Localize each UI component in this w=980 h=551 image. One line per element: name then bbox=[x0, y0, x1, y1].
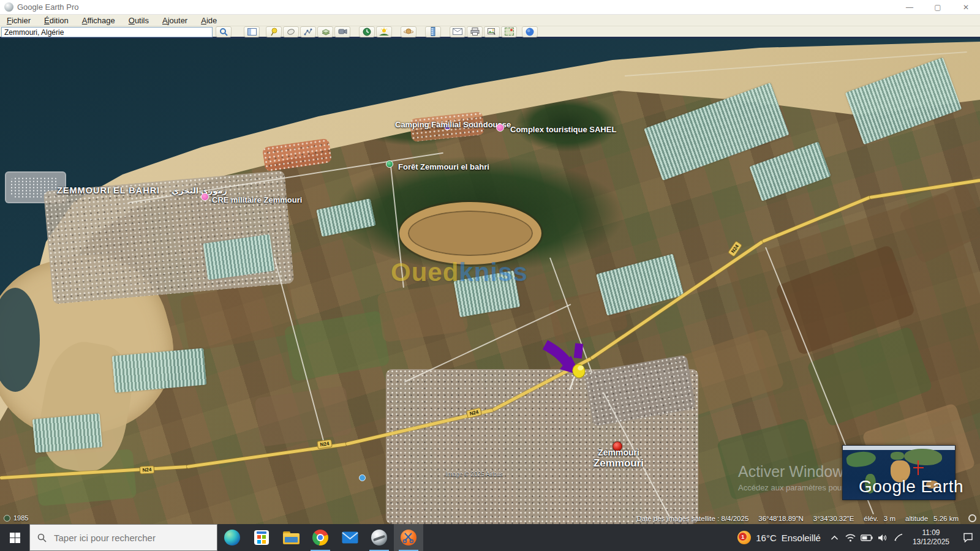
search-icon bbox=[37, 533, 47, 542]
tray-battery[interactable] bbox=[859, 534, 875, 541]
taskbar-search[interactable] bbox=[29, 524, 217, 551]
watermark-kniss: kniss bbox=[459, 258, 527, 287]
imagery-date: Date des images satellite : 8/4/2025 bbox=[636, 515, 748, 522]
search-input[interactable] bbox=[1, 27, 213, 37]
action-center-button[interactable] bbox=[956, 533, 980, 542]
sunlight-button[interactable] bbox=[376, 26, 392, 37]
minimize-button[interactable]: — bbox=[895, 0, 924, 14]
wifi-icon bbox=[845, 534, 856, 542]
compass-icon[interactable] bbox=[968, 514, 976, 522]
search-button[interactable] bbox=[216, 26, 232, 37]
planets-button[interactable] bbox=[401, 26, 417, 37]
weather-temp: 16°C bbox=[756, 533, 777, 543]
placemark-complex[interactable] bbox=[496, 124, 504, 132]
save-image-button[interactable] bbox=[484, 26, 500, 37]
view-in-maps-button[interactable] bbox=[501, 26, 517, 37]
continent bbox=[846, 450, 877, 468]
ouedkniss-watermark: Ouedkniss bbox=[391, 258, 528, 287]
search-icon bbox=[219, 28, 228, 36]
label-complex[interactable]: Complex touristique SAHEL bbox=[510, 125, 616, 134]
ruler-button[interactable] bbox=[425, 26, 441, 37]
label-camping[interactable]: Camping Familial Soundousse bbox=[395, 120, 511, 129]
add-path-button[interactable] bbox=[300, 26, 316, 37]
taskbar-search-input[interactable] bbox=[53, 532, 194, 544]
menu-fichier[interactable]: Fichier bbox=[0, 16, 37, 25]
label-foret[interactable]: Forêt Zemmouri el bahri bbox=[398, 162, 489, 171]
label-city-fr: ZEMMOURI EL BAHRI bbox=[57, 186, 160, 195]
road-shield-n24: N24 bbox=[140, 465, 155, 474]
sidebar-icon bbox=[247, 28, 257, 36]
blue-poi-dot[interactable] bbox=[359, 474, 366, 481]
continent bbox=[843, 446, 956, 450]
history-clock-icon bbox=[4, 515, 10, 522]
tray-ink-workspace[interactable] bbox=[891, 533, 907, 542]
path-icon bbox=[304, 28, 312, 36]
altitude-value: 5.26 km bbox=[933, 515, 959, 522]
status-bar: Date des images satellite : 8/4/2025 36°… bbox=[636, 514, 976, 522]
add-image-overlay-button[interactable] bbox=[317, 26, 333, 37]
earth-globe-button[interactable] bbox=[522, 26, 538, 37]
save-image-icon bbox=[488, 28, 496, 36]
taskbar-app-chrome[interactable] bbox=[306, 524, 335, 551]
taskbar-app-explorer[interactable] bbox=[276, 524, 306, 551]
add-placemark-button[interactable] bbox=[266, 26, 282, 37]
taskbar-app-active[interactable] bbox=[394, 524, 423, 551]
print-button[interactable] bbox=[467, 26, 483, 37]
tray-wifi[interactable] bbox=[843, 534, 859, 542]
sun-icon bbox=[379, 28, 389, 36]
continent bbox=[904, 449, 942, 465]
record-tour-button[interactable] bbox=[334, 26, 350, 37]
menu-affichage[interactable]: Affichage bbox=[75, 16, 122, 25]
altitude-label: altitude bbox=[905, 515, 928, 522]
speaker-icon bbox=[878, 534, 888, 542]
sidebar-toggle-button[interactable] bbox=[244, 26, 260, 37]
tray-chevron[interactable] bbox=[827, 535, 843, 541]
taskbar-app-earth[interactable] bbox=[364, 524, 394, 551]
taskbar-clock[interactable]: 11:09 13/12/2025 bbox=[907, 528, 956, 547]
map-viewport[interactable]: N24 N24 N24 N24 Camping Familial Soundou… bbox=[0, 39, 980, 524]
menu-outils[interactable]: Outils bbox=[122, 16, 156, 25]
start-button[interactable] bbox=[0, 524, 29, 551]
mail-icon bbox=[342, 531, 358, 544]
historical-imagery-button[interactable] bbox=[359, 26, 375, 37]
taskbar-app-store[interactable] bbox=[247, 524, 276, 551]
taskbar-app-mail[interactable] bbox=[335, 524, 364, 551]
continent bbox=[891, 452, 904, 460]
google-earth-logo: Google Earth bbox=[859, 477, 963, 497]
google-earth-app-icon bbox=[4, 2, 13, 12]
restore-button[interactable]: ▢ bbox=[924, 0, 952, 14]
ruler-icon bbox=[431, 27, 435, 36]
crosshair-vertical bbox=[918, 460, 919, 475]
menu-edition[interactable]: Édition bbox=[37, 16, 75, 25]
yellow-pushpin[interactable] bbox=[566, 363, 588, 392]
windows-taskbar: 1 16°C Ensoleillé bbox=[0, 524, 980, 551]
label-zemmouri-small[interactable]: Zemmouri bbox=[585, 448, 652, 457]
window-title: Google Earth Pro bbox=[17, 2, 78, 12]
toolbar bbox=[0, 26, 980, 39]
email-button[interactable] bbox=[450, 26, 466, 37]
greenhouses bbox=[32, 413, 102, 452]
menu-bar: Fichier Édition Affichage Outils Ajouter… bbox=[0, 15, 980, 26]
edge-icon bbox=[224, 530, 240, 545]
envelope-icon bbox=[453, 28, 462, 35]
label-city-ar: زموري البحري bbox=[172, 186, 227, 195]
battery-icon bbox=[861, 534, 873, 541]
google-earth-taskbar-icon bbox=[371, 530, 387, 545]
add-polygon-button[interactable] bbox=[283, 26, 299, 37]
action-center-icon bbox=[963, 533, 973, 542]
placemark-cre[interactable] bbox=[201, 193, 209, 201]
tray-volume[interactable] bbox=[875, 534, 891, 542]
historical-imagery-indicator[interactable]: 1985 bbox=[4, 514, 28, 522]
menu-aide[interactable]: Aide bbox=[194, 16, 224, 25]
elevation-label: élév. bbox=[864, 515, 878, 522]
active-app-icon bbox=[401, 530, 417, 545]
placemark-pin-icon bbox=[270, 28, 278, 36]
taskbar-app-edge[interactable] bbox=[217, 524, 247, 551]
placemark-foret[interactable] bbox=[386, 160, 393, 168]
title-bar: Google Earth Pro — ▢ ✕ bbox=[0, 0, 980, 15]
label-cre[interactable]: CRE militaire Zemmouri bbox=[212, 195, 302, 204]
close-button[interactable]: ✕ bbox=[952, 0, 980, 14]
taskbar-weather[interactable]: 1 16°C Ensoleillé bbox=[731, 531, 827, 544]
menu-ajouter[interactable]: Ajouter bbox=[156, 16, 194, 25]
chrome-icon bbox=[312, 530, 328, 545]
